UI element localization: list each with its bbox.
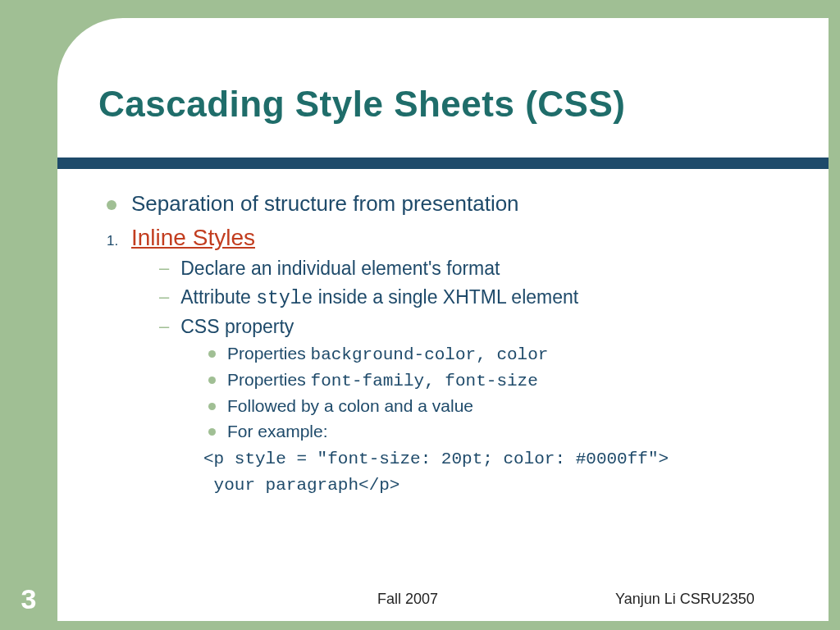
dash-icon: – (159, 286, 169, 308)
sub-sub-bullet: Properties background-color, color (208, 344, 796, 364)
code-line: your paragraph</p> (203, 476, 399, 495)
sub-bullet: – CSS property (159, 316, 796, 338)
sub-bullet-text: Attribute style inside a single XHTML el… (180, 286, 578, 309)
text-fragment: Properties (227, 370, 311, 389)
sub-sub-text: Properties font-family, font-size (227, 370, 538, 390)
bullet-level1: Separation of structure from presentatio… (107, 191, 796, 217)
code-inline: background-color, color (311, 345, 549, 364)
bullet-dot-icon (107, 200, 116, 210)
code-example: <p style = "font-size: 20pt; color: #000… (203, 446, 796, 498)
code-line: <p style = "font-size: 20pt; color: #000… (203, 450, 669, 468)
slide: Cascading Style Sheets (CSS) Separation … (57, 18, 829, 621)
dash-icon: – (159, 316, 169, 337)
content-area: Separation of structure from presentatio… (107, 186, 796, 498)
list-number: 1. (107, 233, 131, 249)
numbered-item: 1. Inline Styles (107, 225, 796, 251)
code-inline: style (256, 288, 313, 309)
sub-sub-bullet: Properties font-family, font-size (208, 370, 796, 390)
sub-bullet-text: CSS property (180, 316, 294, 338)
inline-styles-link[interactable]: Inline Styles (131, 225, 255, 251)
footer-right: Yanjun Li CSRU2350 (615, 591, 755, 608)
slide-wrap: 3 Cascading Style Sheets (CSS) Separatio… (0, 0, 840, 630)
bullet-text: Separation of structure from presentatio… (131, 191, 519, 217)
sub-bullet: – Declare an individual element's format (159, 258, 796, 280)
footer-center: Fall 2007 (377, 591, 438, 608)
sub-sub-text: Properties background-color, color (227, 344, 548, 364)
slide-title: Cascading Style Sheets (CSS) (98, 84, 625, 125)
text-fragment: Attribute (180, 286, 256, 308)
bullet-dot-icon (208, 350, 216, 358)
text-fragment: Properties (227, 344, 311, 363)
sub-sub-text: Followed by a colon and a value (227, 396, 473, 416)
page-number: 3 (0, 583, 57, 615)
title-divider (57, 158, 829, 169)
sub-bullet: – Attribute style inside a single XHTML … (159, 286, 796, 309)
sub-sub-text: For example: (227, 422, 328, 441)
sub-bullet-text: Declare an individual element's format (180, 258, 500, 280)
bullet-dot-icon (208, 403, 216, 410)
sub-sub-bullet: Followed by a colon and a value (208, 396, 796, 416)
text-fragment: inside a single XHTML element (313, 286, 578, 308)
code-inline: font-family, font-size (311, 372, 538, 390)
dash-icon: – (159, 258, 169, 279)
sub-sub-bullet: For example: (208, 422, 796, 441)
bullet-dot-icon (208, 428, 216, 436)
bullet-dot-icon (208, 377, 216, 384)
